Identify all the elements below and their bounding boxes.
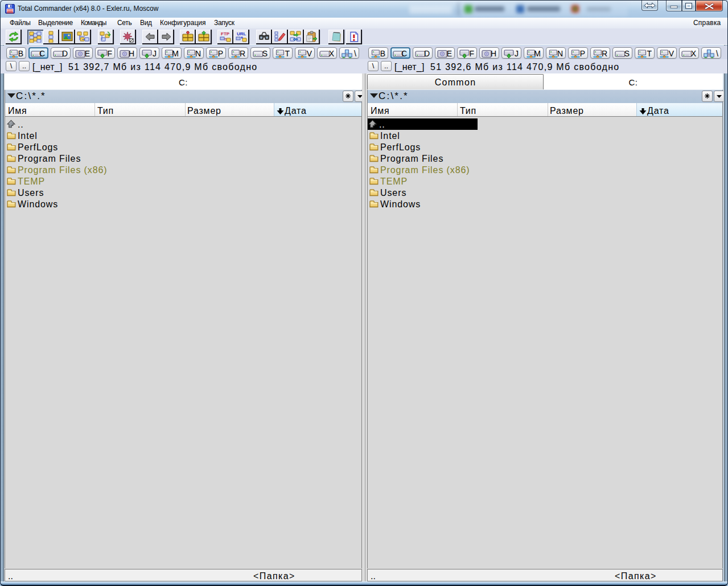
svg-text:URL: URL	[237, 31, 246, 36]
svg-text:FTP: FTP	[221, 31, 230, 36]
